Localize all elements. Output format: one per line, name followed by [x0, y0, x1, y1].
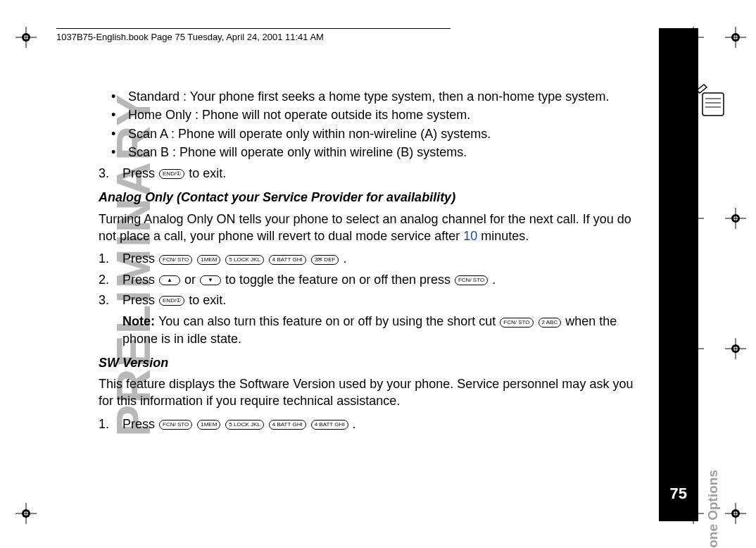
step-number: 1. — [99, 250, 122, 267]
bullet-text: Standard : Your phone first seeks a home… — [128, 88, 609, 105]
step-text: Press FCN/ STO 1MEM 5 LOCK JKL 4 BATT GH… — [122, 250, 346, 267]
bullet-text: Home Only : Phone will not operate outsi… — [128, 106, 470, 123]
print-mark — [725, 208, 746, 229]
step-text: Press END/① to exit. — [122, 292, 226, 309]
four-key-icon: 4 BATT GHI — [311, 420, 348, 430]
step-text: Press FCN/ STO 1MEM 5 LOCK JKL 4 BATT GH… — [122, 416, 356, 432]
five-key-icon: 5 LOCK JKL — [225, 255, 263, 265]
five-key-icon: 5 LOCK JKL — [225, 420, 263, 430]
fcn-key-icon: FCN/ STO — [500, 318, 533, 328]
link-text: 10 — [463, 229, 477, 243]
phone-icon — [695, 83, 729, 118]
print-mark — [725, 27, 746, 48]
bullet-item: •Standard : Your phone first seeks a hom… — [111, 88, 641, 105]
paragraph: This feature displays the Software Versi… — [99, 375, 641, 410]
step-number: 3. — [99, 292, 122, 309]
print-mark — [15, 27, 37, 48]
print-mark — [725, 338, 746, 359]
section-title: Phone Options — [705, 470, 721, 548]
end-key-icon: END/① — [159, 296, 184, 306]
step-number: 3. — [99, 165, 122, 182]
two-key-icon: 2 ABC — [538, 318, 562, 328]
fcn-key-icon: FCN/ STO — [455, 275, 488, 285]
note-block: Note: You can also turn this feature on … — [122, 313, 641, 347]
step-text: Press ▲ or ▼ to toggle the feature on or… — [122, 271, 496, 288]
note-label: Note: — [122, 314, 158, 328]
fcn-key-icon: FCN/ STO — [159, 255, 192, 265]
step-number: 2. — [99, 271, 122, 288]
fcn-key-icon: FCN/ STO — [159, 420, 192, 430]
book-header: 1037B75-English.book Page 75 Tuesday, Ap… — [56, 28, 451, 42]
print-mark — [15, 503, 37, 524]
three-key-icon: 3✉ DEF — [311, 255, 339, 265]
step-text: Press END/① to exit. — [122, 165, 226, 182]
bullet-text: Scan A : Phone will operate only within … — [128, 125, 491, 142]
bullet-item: •Home Only : Phone will not operate outs… — [111, 106, 641, 123]
section-heading: Analog Only (Contact your Service Provid… — [99, 189, 641, 206]
paragraph: Turning Analog Only ON tells your phone … — [99, 211, 641, 245]
one-key-icon: 1MEM — [197, 420, 220, 430]
step-number: 1. — [99, 416, 122, 432]
four-key-icon: 4 BATT GHI — [269, 420, 306, 430]
four-key-icon: 4 BATT GHI — [269, 255, 306, 265]
one-key-icon: 1MEM — [197, 255, 220, 265]
bullet-text: Scan B : Phone will operate only within … — [128, 144, 467, 161]
section-heading: SW Version — [99, 354, 641, 371]
down-key-icon: ▼ — [200, 275, 221, 285]
bullet-item: •Scan A : Phone will operate only within… — [111, 125, 641, 142]
up-key-icon: ▲ — [159, 275, 180, 285]
end-key-icon: END/① — [159, 169, 184, 179]
bullet-item: •Scan B : Phone will operate only within… — [111, 144, 641, 161]
svg-rect-40 — [703, 93, 724, 116]
print-mark — [725, 503, 746, 524]
